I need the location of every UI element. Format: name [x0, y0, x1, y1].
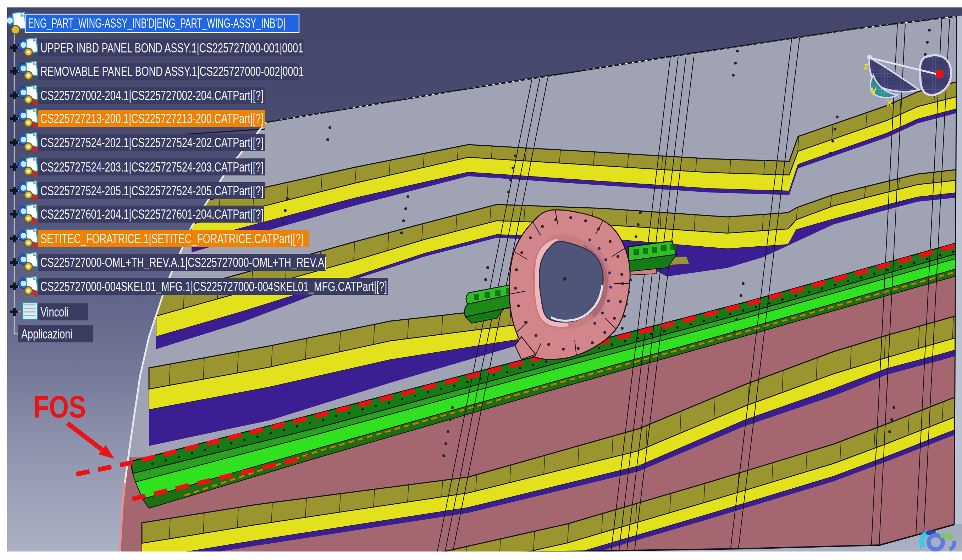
svg-text:REMOVABLE PANEL BOND ASSY.1|CS: REMOVABLE PANEL BOND ASSY.1|CS225727000-…	[40, 64, 303, 79]
svg-text:Vincoli: Vincoli	[40, 305, 68, 319]
svg-text:CS225727601-204.1|CS225727601-: CS225727601-204.1|CS225727601-204.CATPar…	[40, 207, 263, 222]
svg-text:SETITEC_FORATRICE.1|SETITEC_FO: SETITEC_FORATRICE.1|SETITEC_FORATRICE.CA…	[40, 232, 303, 246]
svg-text:x: x	[887, 97, 892, 108]
svg-text:CS225727524-205.1|CS225727524-: CS225727524-205.1|CS225727524-205.CATPar…	[40, 183, 263, 198]
svg-text:z: z	[864, 61, 868, 72]
svg-text:CS225727213-200.1|CS225727213-: CS225727213-200.1|CS225727213-200.CATPar…	[40, 111, 263, 126]
svg-text:y: y	[871, 84, 876, 95]
svg-text:FOS: FOS	[33, 389, 86, 424]
svg-text:ENG_PART_WING-ASSY_INB'D|ENG_P: ENG_PART_WING-ASSY_INB'D|ENG_PART_WING-A…	[28, 16, 285, 31]
svg-text:CS225727000-OML+TH_REV.A.1|CS2: CS225727000-OML+TH_REV.A.1|CS225727000-O…	[40, 255, 327, 270]
svg-text:CS225727000-004SKEL01_MFG.1|CS: CS225727000-004SKEL01_MFG.1|CS225727000-…	[40, 279, 387, 294]
svg-text:CS225727524-202.1|CS225727524-: CS225727524-202.1|CS225727524-202.CATPar…	[40, 135, 263, 150]
svg-text:UPPER INBD PANEL BOND ASSY.1|C: UPPER INBD PANEL BOND ASSY.1|CS225727000…	[40, 41, 303, 55]
svg-text:CS225727524-203.1|CS225727524-: CS225727524-203.1|CS225727524-203.CATPar…	[40, 160, 263, 174]
svg-text:CS225727002-204.1|CS225727002-: CS225727002-204.1|CS225727002-204.CATPar…	[40, 88, 263, 103]
svg-text:Applicazioni: Applicazioni	[21, 327, 73, 341]
